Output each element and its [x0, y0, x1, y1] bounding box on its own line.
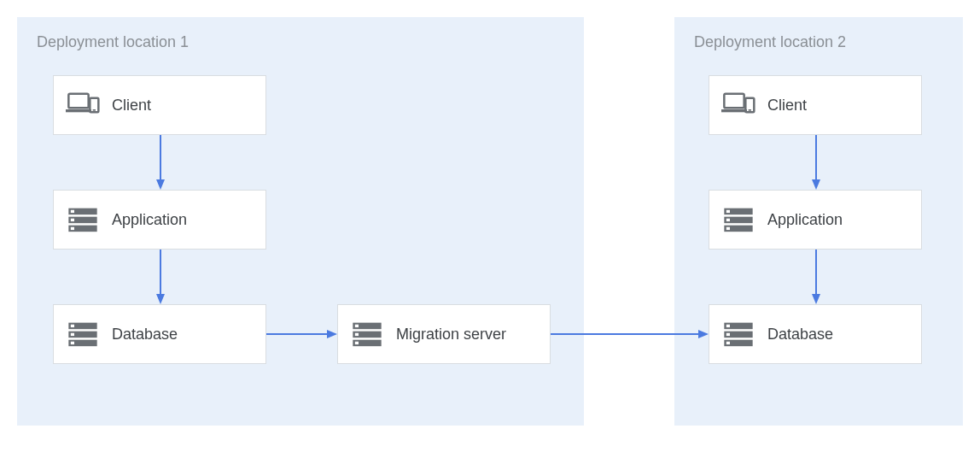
application-1-node: Application	[53, 190, 266, 250]
database-2-node: Database	[709, 304, 922, 364]
svg-rect-19	[355, 325, 359, 327]
node-label: Migration server	[396, 325, 506, 344]
svg-rect-37	[726, 342, 730, 344]
arrow-db1-to-migration	[266, 330, 337, 338]
svg-rect-30	[726, 219, 730, 221]
database-1-node: Database	[53, 304, 266, 364]
migration-server-node: Migration server	[337, 304, 551, 364]
server-icon	[721, 203, 755, 237]
arrow-client2-to-app2	[812, 135, 820, 190]
svg-rect-13	[71, 325, 74, 327]
svg-rect-1	[66, 109, 91, 112]
svg-marker-43	[327, 330, 337, 338]
svg-rect-35	[726, 325, 730, 327]
node-label: Client	[767, 96, 807, 115]
server-icon	[721, 317, 755, 351]
node-label: Application	[112, 210, 187, 230]
arrow-migration-to-db2	[551, 330, 709, 338]
region-1-title: Deployment location 1	[37, 33, 189, 51]
node-label: Client	[112, 96, 151, 115]
svg-rect-8	[71, 219, 74, 221]
arrow-app1-to-db1	[156, 250, 165, 304]
svg-marker-39	[156, 179, 165, 190]
node-label: Application	[767, 210, 843, 230]
svg-rect-31	[726, 227, 730, 230]
application-2-node: Application	[709, 190, 922, 250]
svg-rect-29	[726, 210, 730, 213]
svg-rect-3	[93, 109, 96, 111]
server-icon	[350, 317, 384, 351]
server-icon	[66, 317, 100, 351]
svg-marker-47	[812, 179, 820, 190]
client-1-node: Client	[53, 75, 266, 135]
svg-rect-36	[726, 333, 730, 336]
svg-rect-0	[68, 94, 88, 109]
arrow-client1-to-app1	[156, 135, 165, 190]
svg-rect-14	[71, 333, 74, 336]
svg-rect-7	[71, 210, 74, 213]
arrow-app2-to-db2	[812, 250, 820, 304]
svg-rect-21	[355, 342, 359, 344]
svg-rect-15	[71, 342, 74, 344]
node-label: Database	[112, 325, 178, 344]
client-2-node: Client	[709, 75, 922, 135]
svg-rect-23	[721, 109, 747, 112]
client-devices-icon	[721, 88, 755, 122]
server-icon	[66, 203, 100, 237]
svg-rect-25	[749, 109, 751, 111]
region-2-title: Deployment location 2	[694, 33, 846, 51]
svg-rect-22	[724, 94, 744, 109]
client-devices-icon	[66, 88, 100, 122]
node-label: Database	[767, 325, 833, 344]
svg-marker-41	[156, 294, 165, 304]
svg-rect-9	[71, 227, 74, 230]
svg-marker-49	[812, 294, 820, 304]
svg-marker-45	[698, 330, 709, 338]
svg-rect-20	[355, 333, 359, 336]
